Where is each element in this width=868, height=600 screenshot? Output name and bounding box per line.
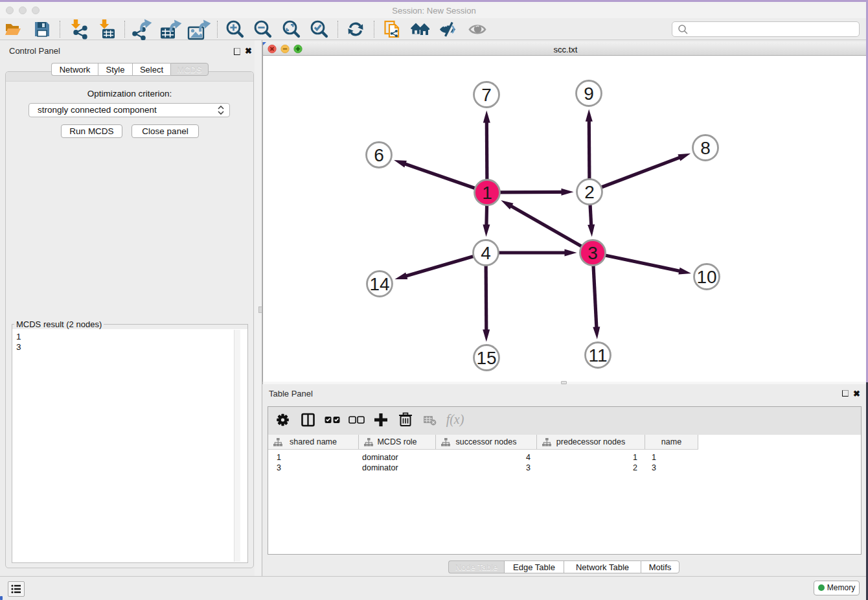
svg-text:6: 6 bbox=[374, 145, 384, 165]
svg-text:7: 7 bbox=[481, 85, 492, 105]
svg-text:14: 14 bbox=[369, 274, 389, 294]
svg-text:1: 1 bbox=[482, 183, 492, 203]
svg-text:8: 8 bbox=[700, 138, 711, 158]
svg-text:9: 9 bbox=[584, 84, 594, 104]
svg-text:15: 15 bbox=[476, 348, 496, 368]
svg-text:4: 4 bbox=[481, 243, 491, 263]
svg-text:3: 3 bbox=[588, 243, 598, 263]
svg-text:10: 10 bbox=[696, 267, 716, 287]
svg-text:11: 11 bbox=[588, 345, 607, 365]
svg-text:2: 2 bbox=[584, 182, 595, 202]
svg-text:f(x): f(x) bbox=[446, 412, 464, 427]
